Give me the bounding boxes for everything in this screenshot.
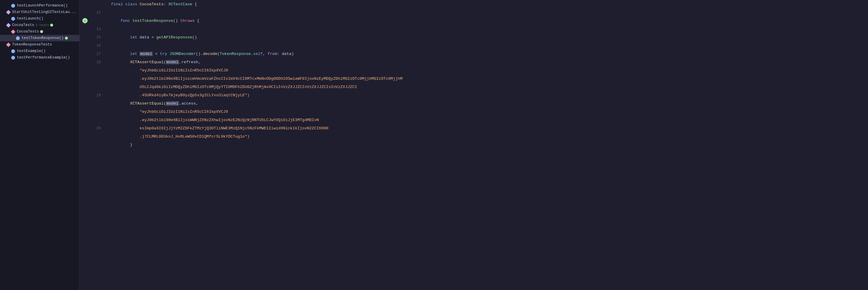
code-line-assert2-str1: "eyJhbGciOiJIUzI1NiIsInR5cCI6IkpXVCJ9 <box>111 108 862 116</box>
indent <box>111 110 140 114</box>
keyword-let: let <box>130 52 140 56</box>
code-line-16 <box>111 41 862 50</box>
sidebar-item-StartUnitTestingUITestsLau[interactable]: StartUnitTestingUITestsLau... <box>0 9 80 16</box>
string-jwt-2: .eyJ0b2tlbl90eXBlIjoicmVmcmVzaFZhcCIsImV… <box>140 77 402 81</box>
sidebar: testLaunchPerformance() StartUnitTesting… <box>0 0 80 290</box>
indent <box>111 143 130 147</box>
punct-eq: = <box>149 35 156 39</box>
sidebar-item-CocoaTests-class[interactable]: CocoaTests <box>0 28 80 35</box>
keyword-class: class <box>125 2 140 6</box>
string-access-jwt-2: .eyJ0b2tlbl90eXBlIjoiWWNjZXNzZXhwIjoxNzE… <box>140 118 319 122</box>
gutter-row-17 <box>80 50 90 58</box>
gutter-row-18d <box>80 83 90 91</box>
code-line-func: func testTokenResponse() throws { <box>111 17 862 25</box>
gutter-row-19b <box>80 99 90 108</box>
punct-comma3: , <box>196 101 198 106</box>
code-editor: ✓ 12 14 15 16 17 18 19 <box>80 0 868 290</box>
sidebar-item-TokenResponseTests[interactable]: TokenResponseTests <box>0 41 80 48</box>
sidebar-item-testTokenResponse[interactable]: testTokenResponse() <box>0 35 80 41</box>
keyword-func: func <box>120 19 132 23</box>
var-data: data <box>140 35 149 39</box>
gutter-row-13[interactable]: ✓ <box>80 17 90 25</box>
code-line-assert1-str2: .eyJ0b2tlbl90eXBlIjoicmVmcmVzaFZhcCIsImV… <box>111 75 862 83</box>
punct-eq2: = <box>153 52 160 56</box>
test-count-badge: 3 tests <box>35 23 49 27</box>
punct-colon2: : <box>277 52 282 56</box>
indent <box>111 118 140 122</box>
keyword-self: self <box>253 52 262 56</box>
line-numbers: 12 14 15 16 17 18 19 20 <box>90 0 105 290</box>
sidebar-item-testLaunchPerformance[interactable]: testLaunchPerformance() <box>0 2 80 9</box>
code-line-class: final class CocoaTests: XCTestCase { <box>111 0 862 8</box>
string-access-jwt-1: "eyJhbGciOiJIUzI1NiIsInR5cCI6IkpXVCJ9 <box>140 110 228 114</box>
var-model-highlight2: model <box>166 60 179 64</box>
func-xctassertequal2: XCTAssertEqual <box>130 101 163 106</box>
sidebar-item-label: TokenResponseTests <box>12 42 52 47</box>
var-refresh: refresh <box>181 60 198 64</box>
string-jwt-4: .45URkd4iyBx7mjeyB9yzQp5x3gICLYxo3laqtCN… <box>140 93 250 97</box>
indent <box>111 68 140 72</box>
punct-comma2: , <box>198 60 200 64</box>
line-num-18d <box>90 83 101 91</box>
keyword-let: let <box>130 35 140 39</box>
test-pass-icon[interactable]: ✓ <box>82 18 88 23</box>
code-line-assert1-str1: "eyJhbGciOiJIUzI1NiIsInR5cCI6IkpXVCJ9 <box>111 66 862 75</box>
type-tokenresponse: TokenResponse <box>220 52 251 56</box>
m-icon <box>11 3 16 8</box>
code-line-assert1-str4: .45URkd4iyBx7mjeyB9yzQp5x3gICLYxo3laqtCN… <box>111 91 862 99</box>
punct-paren4: ( <box>163 60 166 64</box>
sidebar-item-CocoaTests-group[interactable]: CocoaTests 3 tests <box>0 22 80 28</box>
gutter-row-20 <box>80 124 90 132</box>
keyword-throws: throws <box>180 19 195 23</box>
code-content: final class CocoaTests: XCTestCase { fun… <box>105 0 868 290</box>
var-model-highlight3: model <box>166 101 179 106</box>
gutter-row-11 <box>80 0 90 8</box>
indent <box>111 77 140 81</box>
punct-dot: . <box>251 52 253 56</box>
punct-paren-close: ) <box>291 52 294 56</box>
punct-comma: , <box>262 52 267 56</box>
code-line-assert2-str3: ksImp0aSI6IjJjYzM2ZDFkZTMzYjQ3OTliNWE3Mz… <box>111 124 862 132</box>
punct-call: () <box>192 35 197 39</box>
code-line-assert2-str4: .j7CLMRL0EUknJ_HxRLeWS0vCD1QMfcrSL9kYDCT… <box>111 132 862 141</box>
gutter-row-18b <box>80 66 90 75</box>
punct-close-brace: } <box>130 143 132 147</box>
string-access-jwt-3: ksImp0aSI6IjJjYzM2ZDFkZTMzYjQ3OTliNWE3Mz… <box>140 126 329 130</box>
indent <box>111 52 130 56</box>
string-jwt-3: U5LCJqdGkiOiIzMDQyZDhlMGIzOTc0MjQyYTI0MD… <box>140 85 357 89</box>
indent-spaces <box>111 19 120 23</box>
sidebar-item-testLaunch[interactable]: testLaunch() <box>0 16 80 22</box>
sidebar-item-testPerformanceExample[interactable]: testPerformanceExample() <box>0 54 80 61</box>
code-line-assert1-call: XCTAssertEqual(model.refresh, <box>111 58 862 66</box>
indent <box>111 35 130 39</box>
line-num-18: 18 <box>90 58 101 66</box>
string-jwt-1: "eyJhbGciOiJIUzI1NiIsInR5cCI6IkpXVCJ9 <box>140 68 228 72</box>
line-num-19b <box>90 99 101 108</box>
punct-brace: { <box>195 19 199 23</box>
editor-gutter: ✓ <box>80 0 90 290</box>
gutter-row-18 <box>80 58 90 66</box>
func-decode: decode <box>203 52 217 56</box>
gutter-row-15 <box>80 33 90 41</box>
type-xctestcase: XCTestCase <box>168 2 192 6</box>
sidebar-item-label: testExample() <box>17 49 46 53</box>
code-line-assert1-str3: U5LCJqdGkiOiIzMDQyZDhlMGIzOTc0MjQyYTI0MD… <box>111 83 862 91</box>
diamond-pink-icon <box>6 42 11 47</box>
sidebar-item-label: StartUnitTestingUITestsLau... <box>12 10 76 14</box>
var-data2: data <box>282 52 291 56</box>
indent <box>111 85 140 89</box>
indent <box>111 126 140 130</box>
sidebar-item-testExample[interactable]: testExample() <box>0 48 80 54</box>
line-num-18b <box>90 66 101 75</box>
line-num-13 <box>90 17 101 25</box>
line-num-18c <box>90 75 101 83</box>
sidebar-item-label: testPerformanceExample() <box>17 56 70 60</box>
punct-colon: : <box>163 2 168 6</box>
code-line-12 <box>111 8 862 17</box>
code-line-close: } <box>111 141 862 149</box>
diamond-pink-icon <box>11 29 16 34</box>
punct-dot3: . <box>179 101 181 106</box>
line-num-16: 16 <box>90 41 101 50</box>
m-icon <box>16 36 20 40</box>
sidebar-item-label: testTokenResponse() <box>22 36 64 40</box>
